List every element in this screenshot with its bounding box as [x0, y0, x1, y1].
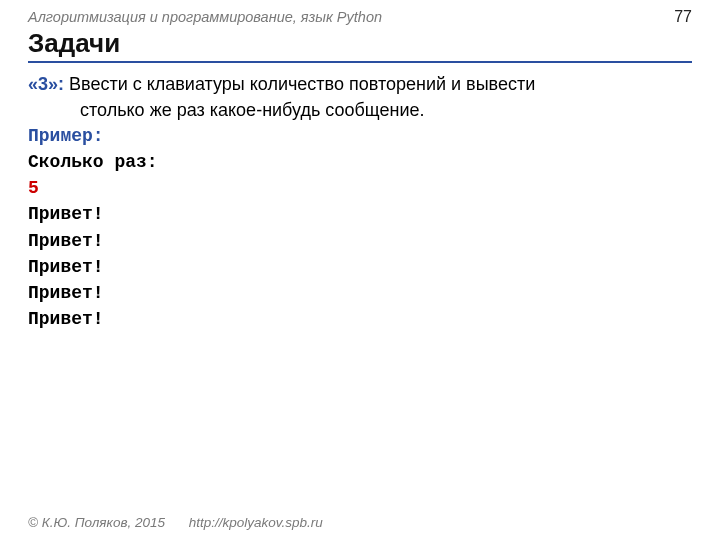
content: «3»: Ввести с клавиатуры количество повт… — [28, 71, 692, 332]
output-line: Привет! — [28, 254, 692, 280]
output-line: Привет! — [28, 280, 692, 306]
footer-url: http://kpolyakov.spb.ru — [189, 515, 323, 530]
task-marker: «3»: — [28, 74, 64, 94]
page-title: Задачи — [28, 28, 692, 63]
task-description: «3»: Ввести с клавиатуры количество повт… — [28, 71, 692, 123]
input-value: 5 — [28, 175, 692, 201]
task-line-2: столько же раз какое-нибудь сообщение. — [28, 97, 692, 123]
output-line: Привет! — [28, 228, 692, 254]
footer: © К.Ю. Поляков, 2015 http://kpolyakov.sp… — [28, 515, 323, 530]
header: Алгоритмизация и программирование, язык … — [28, 8, 692, 26]
page-number: 77 — [674, 8, 692, 26]
slide: Алгоритмизация и программирование, язык … — [0, 0, 720, 540]
output-line: Привет! — [28, 201, 692, 227]
task-line-1: Ввести с клавиатуры количество повторени… — [64, 74, 535, 94]
subject-title: Алгоритмизация и программирование, язык … — [28, 9, 382, 25]
copyright: © К.Ю. Поляков, 2015 — [28, 515, 165, 530]
prompt-label: Сколько раз: — [28, 149, 692, 175]
output-line: Привет! — [28, 306, 692, 332]
example-label: Пример: — [28, 123, 692, 149]
